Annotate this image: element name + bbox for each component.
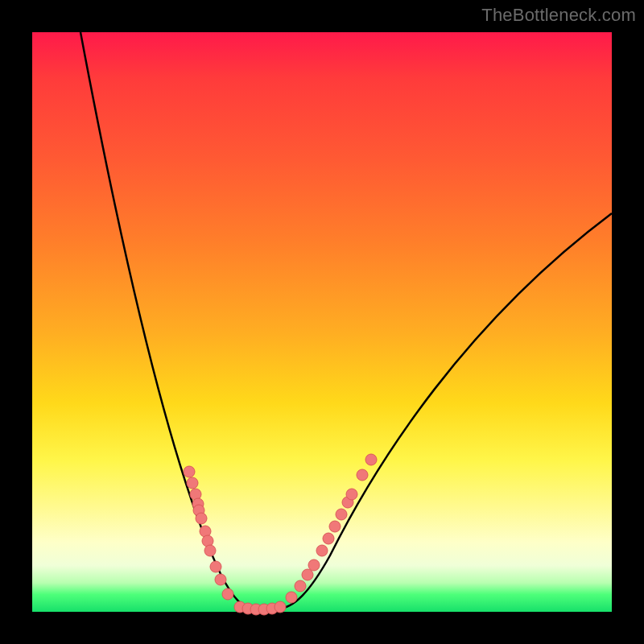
data-dot	[215, 574, 226, 585]
bottleneck-curve	[80, 32, 612, 609]
data-dot	[365, 454, 377, 465]
dots-layer	[184, 454, 377, 615]
data-dot	[204, 545, 216, 556]
data-dot	[357, 469, 368, 481]
data-dot	[295, 580, 306, 592]
watermark-text: TheBottleneck.com	[481, 5, 636, 26]
data-dot	[222, 588, 233, 600]
data-dot	[196, 513, 207, 524]
data-dot	[316, 545, 328, 556]
chart-frame: TheBottleneck.com	[0, 0, 644, 644]
data-dot	[210, 561, 221, 572]
data-dot	[323, 533, 334, 544]
data-dot	[346, 489, 357, 500]
data-dot	[286, 592, 297, 603]
data-dot	[308, 559, 320, 571]
data-dot	[329, 521, 341, 532]
data-dot	[302, 569, 313, 580]
plot-area	[32, 32, 612, 612]
chart-svg	[32, 32, 612, 612]
data-dot	[275, 601, 286, 613]
data-dot	[184, 466, 195, 477]
data-dot	[187, 477, 198, 489]
data-dot	[336, 509, 347, 520]
